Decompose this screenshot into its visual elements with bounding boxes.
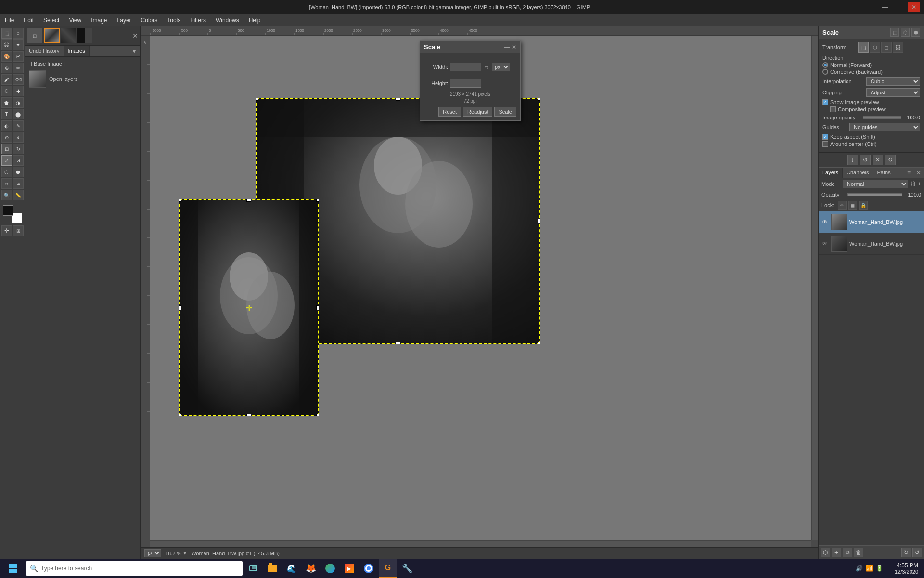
tool-fuzzy-select[interactable]: ✦ — [13, 39, 24, 50]
lock-alpha-btn[interactable]: ◼ — [848, 201, 857, 210]
show-preview-checkbox[interactable]: ✓ — [822, 99, 828, 105]
transform-btn-path[interactable]: ⬡ — [870, 42, 880, 53]
taskbar-app-1[interactable] — [321, 559, 339, 578]
new-layer-group-btn[interactable]: ⬡ — [821, 548, 830, 557]
reset-button[interactable]: Reset — [438, 107, 461, 117]
tool-select-by-color[interactable]: 🎨 — [1, 51, 12, 62]
unit-select[interactable]: px in mm — [492, 63, 510, 71]
layer-visibility-1[interactable]: 👁 — [821, 218, 829, 226]
tool-flip[interactable]: ⇔ — [1, 178, 12, 189]
scale-handle-sm-bl[interactable] — [179, 414, 181, 416]
taskbar-file-explorer[interactable] — [264, 559, 281, 578]
canvas-viewport[interactable]: ✛ Scale — ✕ Width: — [150, 36, 811, 540]
tool-scale[interactable]: ⤢ — [1, 155, 12, 166]
layer-up-btn[interactable]: ↻ — [901, 548, 911, 557]
tab-channels[interactable]: Channels — [843, 168, 873, 178]
base-image-item[interactable]: [ Base Image ] — [27, 59, 138, 68]
search-bar[interactable]: 🔍 Type here to search — [26, 561, 243, 576]
tool-ink[interactable]: ∂ — [13, 132, 24, 143]
tool-dodge-burn[interactable]: ◑ — [13, 97, 24, 108]
tool-paint[interactable]: 🖌 — [1, 74, 12, 85]
tool-foreground-select[interactable]: ⊕ — [1, 63, 12, 73]
height-input[interactable]: 2741 — [450, 79, 481, 88]
layer-row-1[interactable]: 👁 Woman_Hand_BW.jpg — [819, 211, 924, 233]
vertical-scrollbar[interactable] — [811, 36, 818, 540]
tool-perspective[interactable]: ⬡ — [1, 167, 12, 177]
readjust-button[interactable]: Readjust — [463, 107, 492, 117]
radio-normal[interactable] — [822, 62, 828, 68]
taskbar-edge[interactable]: 🌊 — [283, 559, 300, 578]
menu-filters[interactable]: Filters — [185, 14, 211, 26]
scale-dialog-close[interactable]: ✕ — [512, 44, 516, 51]
tool-bucket-fill[interactable]: ⬤ — [13, 109, 24, 119]
layer-row-2[interactable]: 👁 Woman_Hand_BW.jpg — [819, 233, 924, 255]
zoom-dropdown-btn[interactable]: ▼ — [182, 551, 187, 556]
scale-handle-sm-br[interactable] — [316, 414, 319, 416]
tool-warp[interactable]: ≋ — [13, 178, 24, 189]
transform-btn-image[interactable]: 🖼 — [893, 42, 903, 53]
menu-layer[interactable]: Layer — [112, 14, 136, 26]
minimize-button[interactable]: — — [879, 2, 891, 12]
tool-text[interactable]: T — [1, 109, 12, 119]
tool-clone[interactable]: © — [1, 86, 12, 96]
menu-file[interactable]: File — [0, 14, 19, 26]
close-button[interactable]: ✕ — [908, 2, 920, 12]
tool-ellipse-select[interactable]: ○ — [13, 28, 24, 39]
tool-zoom[interactable]: 🔍 — [1, 190, 12, 200]
taskbar-app-3[interactable]: 🔧 — [398, 559, 416, 578]
scale-handle-bm[interactable] — [396, 342, 400, 344]
panel-close-btn[interactable]: ✕ — [913, 168, 924, 178]
width-input[interactable]: 2193 — [450, 63, 481, 71]
composited-preview-checkbox[interactable] — [830, 106, 836, 112]
scale-handle-sm-ml[interactable] — [179, 305, 181, 310]
tab-paths[interactable]: Paths — [873, 168, 895, 178]
layers-action-btn-3[interactable]: ✕ — [873, 155, 883, 165]
menu-view[interactable]: View — [64, 14, 86, 26]
guides-select[interactable]: No guides Rule of thirds Center lines — [849, 123, 920, 131]
scale-handle-sm-tl[interactable] — [179, 199, 181, 202]
scale-handle-sm-mr[interactable] — [316, 305, 319, 310]
delete-layer-btn[interactable]: 🗑 — [854, 548, 863, 557]
new-layer-btn[interactable]: + — [832, 548, 841, 557]
task-view-btn[interactable] — [244, 559, 262, 578]
scale-handle-sm-tm[interactable] — [246, 199, 251, 202]
scale-handle-br[interactable] — [538, 342, 540, 344]
panel-tool-btn-2[interactable]: ⬡ — [901, 28, 910, 37]
transform-btn-selection[interactable]: ◻ — [881, 42, 892, 53]
tool-transform-3d[interactable]: ⬢ — [13, 167, 24, 177]
layers-action-btn-4[interactable]: ↻ — [885, 155, 896, 165]
taskbar-gimp[interactable]: G — [379, 559, 397, 578]
scale-handle-sm-bm[interactable] — [246, 414, 251, 416]
expand-panel-button[interactable]: ▼ — [128, 46, 140, 56]
panel-tool-btn-3[interactable]: ⬢ — [911, 28, 920, 37]
tab-layers[interactable]: Layers — [819, 168, 843, 178]
tool-blend[interactable]: ◐ — [1, 120, 12, 131]
scale-handle-mr[interactable] — [538, 219, 540, 223]
tab-images[interactable]: Images — [64, 46, 90, 56]
tool-eraser[interactable]: ⌫ — [13, 74, 24, 85]
menu-colors[interactable]: Colors — [136, 14, 163, 26]
menu-help[interactable]: Help — [244, 14, 266, 26]
start-button[interactable] — [2, 559, 24, 578]
layer-thumbnail-1[interactable] — [44, 28, 60, 43]
taskbar-firefox[interactable]: 🦊 — [302, 559, 320, 578]
lock-pixels-btn[interactable]: ✏ — [838, 201, 847, 210]
tool-crop[interactable]: ⊡ — [1, 144, 12, 154]
layer-thumbnail-3[interactable] — [77, 28, 92, 43]
tool-shear[interactable]: ⊿ — [13, 155, 24, 166]
keep-aspect-checkbox[interactable]: ✓ — [822, 134, 828, 140]
menu-select[interactable]: Select — [38, 14, 64, 26]
layer-thumbnail-2[interactable] — [61, 28, 76, 43]
radio-corrective[interactable] — [822, 69, 828, 75]
menu-windows[interactable]: Windows — [211, 14, 244, 26]
layers-action-btn-1[interactable]: ↓ — [847, 155, 858, 165]
opacity-slider[interactable] — [863, 116, 901, 119]
mode-select[interactable]: Normal Dissolve Multiply Screen — [843, 180, 908, 188]
tool-scissors[interactable]: ✂ — [13, 51, 24, 62]
maximize-button[interactable]: □ — [893, 2, 906, 12]
mode-new-btn[interactable]: + — [918, 181, 921, 187]
system-tray[interactable]: 🔊 📶 🔋 — [852, 565, 887, 572]
scale-button[interactable]: Scale — [494, 107, 516, 117]
panel-tool-btn-1[interactable]: ⬚ — [890, 28, 899, 37]
transform-btn-layer[interactable]: ⬚ — [858, 42, 869, 53]
